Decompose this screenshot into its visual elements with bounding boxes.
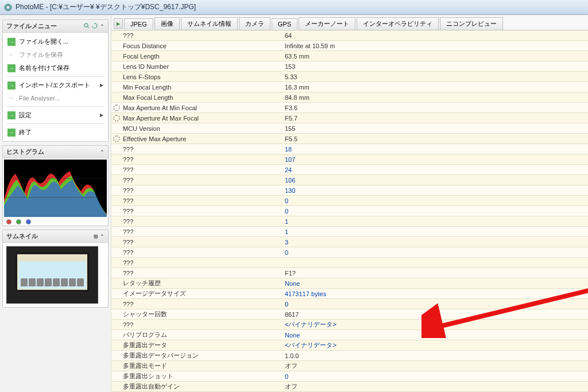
tab-jpeg[interactable]: JPEG: [124, 18, 153, 29]
collapse-icon[interactable]: ⌃: [100, 234, 105, 239]
thumbnail-image[interactable]: [6, 246, 98, 304]
tab-thumbnail-info[interactable]: サムネイル情報: [181, 17, 238, 30]
property-name: Lens ID Number: [122, 63, 281, 70]
property-value[interactable]: 0: [281, 208, 588, 215]
table-row: ???130: [111, 185, 588, 196]
table-row: 多重露出自動ゲインオフ: [111, 382, 588, 392]
tab-gps[interactable]: GPS: [272, 18, 297, 29]
property-value: 84.8 mm: [281, 94, 588, 101]
property-name: Effective Max Aperture: [122, 135, 281, 142]
menu-open-file[interactable]: → ファイルを開く...: [3, 35, 108, 48]
table-row: 多重露出ショット0: [111, 371, 588, 382]
property-value[interactable]: 1: [281, 218, 588, 225]
property-value: 5.33: [281, 73, 588, 80]
search-icon[interactable]: [84, 23, 90, 29]
table-row: 多重露出データバージョン1.0.0: [111, 351, 588, 361]
separator: [6, 76, 105, 77]
file-menu-title: ファイルメニュー: [6, 22, 57, 30]
tab-camera[interactable]: カメラ: [239, 17, 270, 30]
tab-makernote[interactable]: メーカーノート: [299, 17, 355, 30]
window-title: PhotoME - [C:¥ユーザー¥ ¥デスクトップ¥DSC_9617.JPG…: [16, 2, 196, 12]
arrow-right-icon: →: [7, 94, 16, 102]
chevron-right-icon: ▶: [100, 112, 103, 118]
property-value[interactable]: None: [281, 280, 588, 287]
menu-save-as[interactable]: → 名前を付けて保存: [3, 61, 108, 75]
arrow-right-icon: →: [7, 111, 16, 119]
table-row: Focus DistanceInfinite at 10.59 m: [111, 41, 588, 51]
property-name: ???: [122, 321, 281, 328]
property-name: 多重露出モード: [122, 362, 281, 370]
property-value[interactable]: 0: [281, 301, 588, 308]
property-value[interactable]: <バイナリデータ>: [281, 341, 588, 350]
property-name: Max Aperture At Max Focal: [122, 115, 281, 122]
blue-channel-dot[interactable]: [26, 219, 31, 224]
property-name: バリプログラム: [122, 331, 281, 339]
tab-nikon-preview[interactable]: ニコンプレビュー: [440, 17, 503, 30]
red-channel-dot[interactable]: [6, 219, 11, 224]
property-value: F5.5: [281, 135, 588, 142]
property-name: ???: [122, 187, 281, 194]
table-row: ???18: [111, 144, 588, 154]
histogram-panel: ヒストグラム ⌃: [2, 145, 109, 226]
property-name: ???: [122, 32, 281, 39]
menu-settings[interactable]: → 設定 ▶: [3, 108, 108, 122]
collapse-icon[interactable]: ⌃: [100, 149, 105, 155]
property-value[interactable]: 4173117 bytes: [281, 290, 588, 297]
property-value[interactable]: 18: [281, 146, 588, 153]
collapse-icon[interactable]: ⌃: [100, 24, 105, 29]
property-value: 153: [281, 63, 588, 70]
property-name: Lens F-Stops: [122, 73, 281, 80]
tab-interoperability[interactable]: インターオペラビリティ: [357, 17, 439, 30]
property-value[interactable]: <バイナリデータ>: [281, 320, 588, 329]
menu-exit[interactable]: → 終了: [3, 126, 108, 139]
property-value[interactable]: 0: [281, 197, 588, 204]
property-value[interactable]: 0: [281, 249, 588, 256]
svg-line-3: [87, 26, 89, 28]
property-value[interactable]: 24: [281, 166, 588, 173]
property-value[interactable]: 0: [281, 373, 588, 380]
tab-image[interactable]: 画像: [154, 17, 180, 30]
histogram-header[interactable]: ヒストグラム ⌃: [3, 146, 108, 158]
thumbnail-header[interactable]: サムネイル ⊞ ⌃: [3, 230, 108, 243]
tab-scroll-right[interactable]: ▶: [114, 18, 123, 29]
property-value[interactable]: 1: [281, 228, 588, 235]
table-row: ???3: [111, 237, 588, 247]
table-row: Effective Max ApertureF5.5: [111, 134, 588, 144]
table-row: ???1: [111, 216, 588, 227]
property-name: Focal Length: [122, 53, 281, 60]
aperture-icon: [113, 115, 120, 122]
property-value: 63.5 mm: [281, 53, 588, 60]
file-menu-header[interactable]: ファイルメニュー ⌃: [3, 20, 108, 33]
table-row: ???106: [111, 175, 588, 185]
property-value[interactable]: 106: [281, 177, 588, 184]
property-value: 64: [281, 32, 588, 39]
chevron-right-icon: ▶: [100, 83, 103, 88]
table-row: Focal Length63.5 mm: [111, 51, 588, 61]
table-row: ???0: [111, 247, 588, 258]
arrow-right-icon: →: [7, 51, 16, 59]
refresh-icon[interactable]: [92, 23, 98, 29]
property-value[interactable]: 3: [281, 239, 588, 246]
aperture-icon: [113, 104, 120, 111]
property-value[interactable]: None: [281, 332, 588, 339]
property-value: Infinite at 10.59 m: [281, 42, 588, 49]
property-value[interactable]: 107: [281, 156, 588, 163]
histogram-title: ヒストグラム: [6, 148, 44, 156]
main-area: ▶ JPEG 画像 サムネイル情報 カメラ GPS メーカーノート インターオペ…: [111, 15, 588, 392]
thumb-toggle-icon[interactable]: ⊞: [94, 234, 98, 239]
table-row: Lens F-Stops5.33: [111, 72, 588, 82]
property-value[interactable]: 130: [281, 187, 588, 194]
property-name: MCU Version: [122, 125, 281, 132]
titlebar: PhotoME - [C:¥ユーザー¥ ¥デスクトップ¥DSC_9617.JPG…: [0, 0, 588, 15]
property-name: 多重露出データバージョン: [122, 351, 281, 360]
green-channel-dot[interactable]: [16, 219, 21, 224]
data-table[interactable]: ???64Focus DistanceInfinite at 10.59 mFo…: [111, 30, 588, 392]
property-name: Max Focal Length: [122, 94, 281, 101]
property-name: ???: [122, 301, 281, 308]
arrow-right-icon: →: [7, 129, 16, 137]
table-row: ???0: [111, 196, 588, 206]
menu-import-export[interactable]: → インポート/エクスポート ▶: [3, 79, 108, 92]
histogram-display: [4, 160, 107, 217]
table-row: レタッチ履歴None: [111, 278, 588, 289]
property-name: 多重露出ショット: [122, 372, 281, 381]
